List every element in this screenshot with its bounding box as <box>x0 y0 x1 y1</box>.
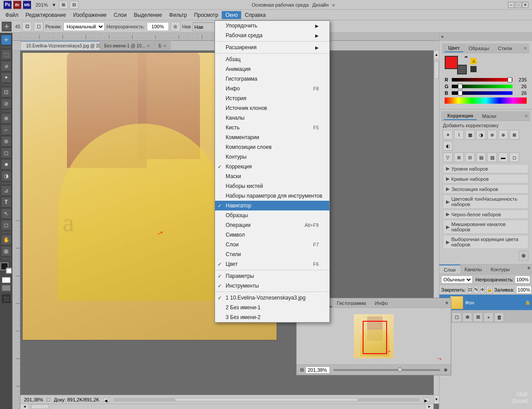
heal-tool[interactable]: ⊕ <box>1 113 12 124</box>
opacity-input[interactable] <box>147 22 169 31</box>
eyedropper-tool[interactable]: ⊘ <box>1 98 12 109</box>
minimize-button[interactable]: ─ <box>508 2 514 8</box>
channelmix-icon[interactable]: ⊞ <box>454 152 464 162</box>
move-tool[interactable]: ✛ <box>1 35 12 45</box>
tab-correction[interactable]: Коррекция <box>444 112 477 120</box>
posterize-icon[interactable]: ▤ <box>476 152 486 162</box>
dd-file-3[interactable]: 3 Без имени-2 <box>215 312 329 322</box>
delete-layer-btn[interactable]: 🗑 <box>494 312 504 322</box>
selectcolor-icon[interactable]: ◻ <box>509 152 519 162</box>
add-adjustment-btn[interactable]: ⊕ <box>462 312 472 322</box>
brightness-icon[interactable]: ☀ <box>443 130 453 140</box>
background-swatch[interactable] <box>457 65 467 74</box>
dd-paragraph[interactable]: Абзац <box>215 55 329 64</box>
dd-channels[interactable]: Каналы <box>215 113 329 123</box>
tab-color[interactable]: Цвет <box>445 44 463 52</box>
dd-color[interactable]: ✓ Цвет F6 <box>215 259 329 269</box>
tab-styles[interactable]: Стили <box>494 45 516 52</box>
color-panel-menu[interactable]: ≡ <box>524 46 527 51</box>
standard-mode-btn[interactable] <box>1 277 11 284</box>
r-slider-thumb[interactable] <box>508 77 512 82</box>
brush-preset-icon[interactable]: ⊡ <box>22 22 32 31</box>
dd-options[interactable]: ✓ Параметры <box>215 271 329 281</box>
lock-paint-btn[interactable]: ✎ <box>474 286 478 294</box>
dd-extensions[interactable]: Расширения ▶ <box>215 43 329 52</box>
dd-comments[interactable]: Комментарии <box>215 132 329 142</box>
levels-icon[interactable]: ▦ <box>465 130 475 140</box>
zoom-tool[interactable]: ⊕ <box>1 246 12 257</box>
dd-layercomp[interactable]: Композиции слоев <box>215 142 329 152</box>
background-color[interactable] <box>6 268 12 274</box>
hscroll-thumb[interactable] <box>31 404 49 409</box>
text-tool[interactable]: T <box>1 197 12 207</box>
clone-tool[interactable]: ⊛ <box>1 136 12 147</box>
vscroll-down[interactable]: ▼ <box>434 395 439 404</box>
add-mask-btn[interactable]: ◻ <box>452 312 462 322</box>
airbrush-btn[interactable]: ◎ <box>171 22 180 31</box>
scroll-right-btn[interactable]: ► <box>423 397 430 402</box>
dd-workspace[interactable]: Рабочая среда ▶ <box>215 31 329 40</box>
curves-icon[interactable]: ⌇ <box>454 130 464 140</box>
quickmask-mode-btn[interactable] <box>1 284 11 292</box>
doc-tab-close-3[interactable]: ✕ <box>163 44 167 48</box>
dd-tools[interactable]: ✓ Инструменты <box>215 281 329 291</box>
gradient-map-icon[interactable]: ▬ <box>498 152 508 162</box>
blackwhite-icon[interactable]: ◐ <box>443 141 453 151</box>
levels-item[interactable]: ▶Уровни наборов <box>443 164 528 173</box>
dd-uporder[interactable]: Упорядочить ▶ <box>215 21 329 31</box>
menu-window[interactable]: Окно <box>222 11 241 19</box>
fill-input[interactable] <box>516 286 532 294</box>
navigator-selection-rect[interactable] <box>363 321 387 354</box>
pen-tool[interactable]: ⊿ <box>1 185 12 196</box>
menu-view[interactable]: Просмотр <box>191 11 222 19</box>
menu-layers[interactable]: Слои <box>110 11 130 19</box>
add-group-btn[interactable]: ⊞ <box>473 312 483 322</box>
shape-tool[interactable]: ◻ <box>1 220 12 230</box>
dd-layers[interactable]: Слои F7 <box>215 240 329 249</box>
channelmix-item[interactable]: ▶Микширование каналов наборов <box>443 220 528 234</box>
canvas-hscroll[interactable]: ◄ ► <box>20 404 434 409</box>
dd-brush[interactable]: Кисть F5 <box>215 123 329 132</box>
lock-all-btn[interactable]: 🔒 <box>486 286 493 294</box>
doc-tab-2[interactable]: Без имени-1 @ 10... ✕ <box>100 41 154 50</box>
navigator-menu-btn[interactable]: ≡ <box>446 300 448 305</box>
dd-histogram[interactable]: Гистограмма <box>215 74 329 84</box>
status-box[interactable] <box>47 398 50 401</box>
add-layer-btn[interactable]: + <box>484 312 493 322</box>
lock-position-btn[interactable]: ✛ <box>480 286 485 294</box>
foreground-swatch[interactable] <box>445 56 458 69</box>
panels-collapse-btn[interactable]: « <box>441 34 444 39</box>
swap-colors-btn[interactable]: ⇄ <box>465 55 468 59</box>
dd-correction[interactable]: ✓ Коррекция <box>215 162 329 171</box>
menu-edit[interactable]: Редактирование <box>22 11 70 19</box>
g-slider-track[interactable] <box>452 85 512 88</box>
tab-layers[interactable]: Слои <box>439 265 460 274</box>
nav-zoom-slider[interactable] <box>333 369 440 371</box>
gamut-warning-icon[interactable]: ⚠ <box>470 58 477 64</box>
menu-file[interactable]: Файл <box>2 11 22 19</box>
correction-panel-menu[interactable]: ≡ <box>525 113 528 118</box>
dd-navigator[interactable]: ✓ Навигатор <box>215 201 329 210</box>
layer-row-background[interactable]: 👁 Фон 🔒 <box>439 295 532 311</box>
path-select-tool[interactable]: ↖ <box>1 208 12 219</box>
vibrance-icon[interactable]: ⊛ <box>487 130 497 140</box>
nav-tab-info[interactable]: Инфо <box>371 300 391 307</box>
brush-icon[interactable]: ◻ <box>34 22 43 31</box>
marquee-tool[interactable]: ⬚ <box>1 49 12 60</box>
dodge-tool[interactable]: ◑ <box>1 171 12 181</box>
eraser-tool[interactable]: ◻ <box>1 148 12 158</box>
dd-swatches[interactable]: Образцы <box>215 210 329 220</box>
vscroll-thumb[interactable] <box>434 61 439 79</box>
lock-transparent-btn[interactable]: ⊡ <box>468 286 472 294</box>
nav-tab-histogram[interactable]: Гистограмма <box>333 300 370 307</box>
dd-brushpresets[interactable]: Наборы кистей <box>215 181 329 191</box>
doc-tab-3[interactable]: Б ✕ <box>154 41 171 50</box>
dd-char[interactable]: Символ <box>215 230 329 240</box>
tab-masks[interactable]: Маски <box>478 113 500 120</box>
close-button[interactable]: ✕ <box>522 2 528 8</box>
correction-menu-btn[interactable]: ⊕ <box>519 251 528 261</box>
dd-masks[interactable]: Маски <box>215 171 329 181</box>
nav-zoom-thumb[interactable] <box>398 367 402 372</box>
mode-select[interactable]: Нормальный <box>63 22 105 31</box>
webcolor-icon[interactable] <box>470 66 477 72</box>
